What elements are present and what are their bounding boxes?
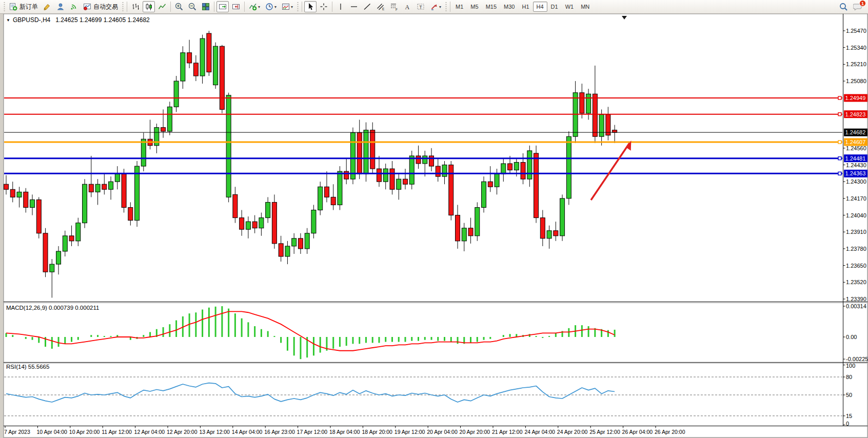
candle	[128, 207, 133, 220]
svg-text:18 Apr 20:00: 18 Apr 20:00	[362, 429, 392, 435]
svg-text:15: 15	[846, 413, 852, 419]
text-button[interactable]: A	[401, 1, 413, 12]
svg-text:10 Apr 20:00: 10 Apr 20:00	[69, 429, 100, 435]
candle	[554, 231, 558, 236]
candle	[488, 182, 492, 187]
profile-button[interactable]	[54, 1, 67, 12]
candle	[4, 184, 9, 189]
price-badge: 1.24682	[844, 129, 867, 136]
svg-text:1.24300: 1.24300	[846, 178, 866, 185]
auto-trading-icon	[83, 3, 91, 11]
candle	[586, 94, 591, 113]
candle	[102, 184, 107, 189]
toolbar-grip[interactable]	[122, 2, 124, 11]
candle	[495, 174, 499, 187]
chart-title[interactable]: ▼GBPUSD-,H41.24625 1.24699 1.24605 1.246…	[6, 16, 150, 24]
candle	[292, 238, 297, 246]
arrows-tool-button[interactable]: ▾	[428, 1, 443, 12]
hline-handle[interactable]	[838, 113, 841, 116]
candle	[613, 130, 617, 133]
indicators-button[interactable]: ▾	[247, 1, 262, 12]
trendline-button[interactable]	[361, 1, 373, 12]
timeframe-h4[interactable]: H4	[533, 2, 547, 12]
cursor-arrow-icon	[306, 3, 314, 11]
candle	[154, 128, 159, 146]
timeframe-m5[interactable]: M5	[467, 2, 482, 12]
candle	[305, 233, 309, 249]
search-button[interactable]	[837, 1, 850, 12]
hline-handle[interactable]	[838, 157, 841, 160]
zoom-in-icon	[175, 3, 183, 11]
timeframe-m30[interactable]: M30	[500, 2, 518, 12]
zoom-out-icon	[188, 3, 196, 11]
svg-text:18 Apr 04:00: 18 Apr 04:00	[329, 429, 360, 435]
bar-chart-button[interactable]	[129, 1, 142, 12]
text-label-button[interactable]: T	[415, 1, 427, 12]
candle	[403, 179, 407, 184]
candle	[76, 223, 81, 241]
candle	[226, 95, 231, 197]
candlestick-chart-button[interactable]	[143, 1, 155, 12]
new-order-button[interactable]: 新订单	[7, 1, 40, 12]
timeframe-mn[interactable]: MN	[577, 2, 593, 12]
equidistant-channel-button[interactable]: E	[374, 1, 387, 12]
hline-handle[interactable]	[838, 172, 841, 175]
candle	[63, 236, 67, 251]
periods-button[interactable]: ▾	[263, 1, 279, 12]
signal-icon	[70, 3, 78, 11]
trendline-icon	[363, 3, 371, 11]
toolbar-grip[interactable]	[3, 2, 6, 11]
candle	[285, 246, 290, 256]
svg-text:1.23520: 1.23520	[846, 279, 866, 285]
svg-text:25 Apr 12:00: 25 Apr 12:00	[589, 429, 620, 435]
candle	[36, 200, 41, 233]
candle	[468, 228, 473, 236]
tile-windows-button[interactable]	[200, 1, 212, 12]
vertical-line-button[interactable]	[334, 1, 347, 12]
candle	[109, 182, 113, 189]
line-chart-button[interactable]	[156, 1, 168, 12]
price-badge: 1.24949	[844, 94, 867, 102]
fibonacci-icon: F	[390, 3, 398, 11]
horizontal-line-button[interactable]	[348, 1, 360, 12]
timeframe-h1[interactable]: H1	[518, 2, 532, 12]
candle	[514, 162, 519, 170]
chart-area[interactable]: 1.254701.253401.252101.250801.245601.244…	[0, 0, 868, 438]
svg-text:1.24560: 1.24560	[846, 145, 866, 151]
svg-text:14 Apr 04:00: 14 Apr 04:00	[232, 429, 263, 435]
cursor-button[interactable]	[304, 1, 317, 12]
styler-button[interactable]	[41, 1, 53, 12]
fibonacci-button[interactable]: F	[388, 1, 400, 12]
toolbar-grip[interactable]	[445, 2, 447, 11]
price-badge: 1.24607	[844, 138, 867, 146]
candle	[357, 133, 362, 174]
hline-handle[interactable]	[838, 141, 841, 144]
candle	[521, 162, 525, 179]
toolbar-grip[interactable]	[297, 2, 299, 11]
separator	[214, 2, 214, 12]
svg-text:1.25340: 1.25340	[846, 45, 866, 51]
chart-window[interactable]	[4, 14, 867, 437]
separator	[244, 2, 245, 12]
auto-trading-button[interactable]: 自动交易	[81, 1, 120, 12]
timeframe-m15[interactable]: M15	[482, 2, 500, 12]
chart-shift-button[interactable]	[230, 1, 242, 12]
crosshair-button[interactable]	[318, 1, 330, 12]
timeframe-w1[interactable]: W1	[562, 2, 578, 12]
svg-text:16 Apr 23:00: 16 Apr 23:00	[264, 429, 295, 435]
signal-button[interactable]	[68, 1, 80, 12]
auto-scroll-button[interactable]	[216, 1, 229, 12]
svg-text:1.24170: 1.24170	[846, 195, 866, 202]
timeframe-m1[interactable]: M1	[452, 2, 467, 12]
candle	[115, 174, 120, 182]
svg-text:100: 100	[846, 363, 855, 369]
bar-chart-icon	[131, 3, 140, 11]
notifications-button[interactable]: 1	[851, 1, 864, 12]
zoom-in-button[interactable]	[173, 1, 185, 12]
templates-button[interactable]: ▾	[280, 1, 295, 12]
hline-handle[interactable]	[838, 96, 841, 99]
candle	[311, 210, 316, 233]
zoom-out-button[interactable]	[186, 1, 199, 12]
chevron-down-icon: ▾	[274, 5, 277, 9]
timeframe-d1[interactable]: D1	[547, 2, 562, 12]
